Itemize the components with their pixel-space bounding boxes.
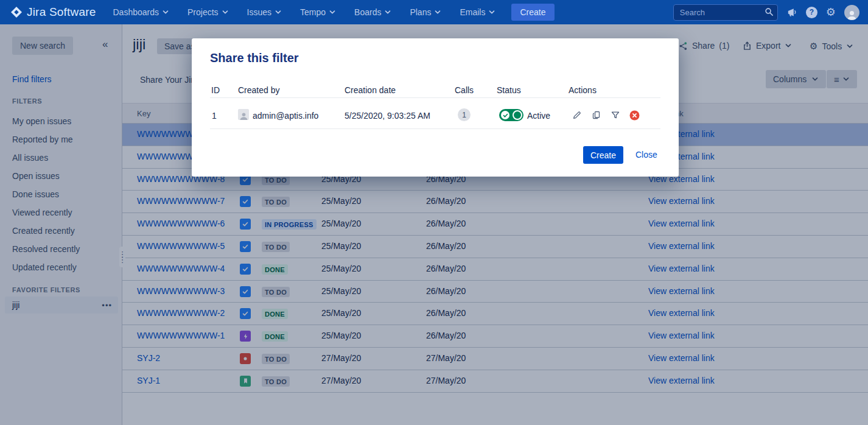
nav-item-tempo[interactable]: Tempo (300, 7, 336, 17)
toggle-knob (513, 110, 522, 120)
modal-close-button[interactable]: Close (635, 150, 657, 160)
settings-gear-icon[interactable]: ⚙ (826, 7, 836, 18)
chevron-down-icon (162, 9, 169, 16)
share-filter-modal: Share this filter ID Created by Creation… (192, 38, 679, 177)
user-avatar[interactable] (844, 5, 859, 20)
jira-diamond-icon (11, 7, 22, 18)
create-button[interactable]: Create (511, 4, 554, 21)
toggle-check-icon (501, 111, 509, 119)
nav-menu: Dashboards Projects Issues Tempo Boards … (113, 7, 495, 17)
creator-email: admin@aptis.info (253, 111, 318, 121)
modal-col-calls: Calls (455, 85, 474, 95)
search-icon (765, 7, 774, 19)
calls-count-badge: 1 (458, 108, 471, 121)
chevron-down-icon (488, 9, 495, 16)
creation-date: 5/25/2020, 9:03:25 AM (345, 111, 430, 121)
modal-title: Share this filter (210, 51, 299, 65)
filter-funnel-icon[interactable] (611, 110, 620, 120)
modal-col-id: ID (211, 85, 220, 95)
modal-col-status: Status (497, 85, 521, 95)
top-navbar: Jira Software Dashboards Projects Issues… (0, 0, 868, 24)
nav-item-boards[interactable]: Boards (354, 7, 391, 17)
jira-logo[interactable]: Jira Software (11, 5, 96, 19)
chevron-down-icon (275, 9, 282, 16)
nav-item-dashboards[interactable]: Dashboards (113, 7, 169, 17)
nav-item-emails[interactable]: Emails (460, 7, 495, 17)
chevron-down-icon (384, 9, 391, 16)
nav-item-projects[interactable]: Projects (187, 7, 229, 17)
help-icon[interactable]: ? (806, 7, 817, 18)
chevron-down-icon (434, 9, 441, 16)
chevron-down-icon (329, 9, 336, 16)
jira-logo-text: Jira Software (27, 5, 96, 19)
chevron-down-icon (222, 9, 229, 16)
navbar-right: ? ⚙ (673, 4, 859, 21)
modal-create-button[interactable]: Create (583, 146, 623, 164)
search-input[interactable] (673, 4, 778, 21)
active-toggle[interactable] (499, 109, 523, 121)
nav-item-plans[interactable]: Plans (410, 7, 441, 17)
status-label: Active (527, 111, 550, 121)
app-window: Jira Software Dashboards Projects Issues… (0, 0, 868, 425)
edit-pencil-icon[interactable] (572, 110, 582, 120)
announcements-icon[interactable] (786, 7, 797, 18)
modal-col-actions: Actions (569, 85, 597, 95)
copy-icon[interactable] (592, 110, 601, 120)
modal-col-creation-date: Creation date (345, 85, 396, 95)
modal-header-divider (210, 97, 660, 98)
nav-item-issues[interactable]: Issues (247, 7, 282, 17)
delete-icon[interactable] (629, 110, 639, 120)
modal-col-created-by: Created by (238, 85, 279, 95)
share-row-id: 1 (212, 111, 217, 121)
search-box (673, 4, 778, 21)
creator-avatar (238, 109, 249, 120)
modal-row-divider (210, 128, 660, 129)
